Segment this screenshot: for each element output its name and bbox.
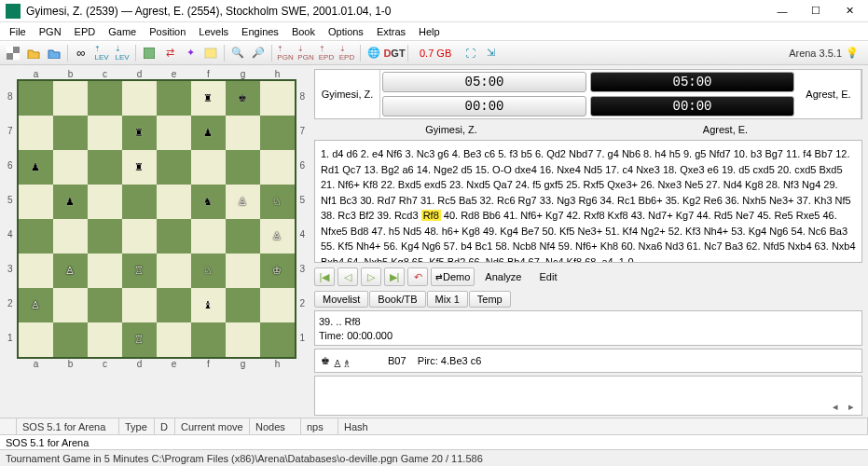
square-c3[interactable] (88, 254, 122, 288)
menu-engines[interactable]: Engines (236, 24, 284, 39)
square-a8[interactable] (19, 81, 53, 116)
square-b2[interactable] (53, 288, 88, 322)
edit-link[interactable]: Edit (531, 271, 564, 282)
square-d8[interactable] (122, 81, 157, 116)
piece-wr[interactable]: ♖ (134, 335, 144, 345)
piece-br[interactable]: ♜ (203, 93, 213, 103)
lev-down-icon[interactable]: ⇣LEV (113, 44, 131, 62)
piece-wp[interactable]: ♙ (238, 197, 247, 207)
menu-position[interactable]: Position (144, 24, 191, 39)
lev-up-icon[interactable]: ⇡LEV (92, 44, 111, 62)
square-g1[interactable] (226, 322, 260, 357)
square-e4[interactable] (157, 219, 191, 254)
square-g4[interactable] (226, 219, 260, 254)
square-a3[interactable] (19, 254, 53, 288)
square-h2[interactable] (260, 288, 295, 322)
square-b3[interactable]: ♙ (53, 254, 88, 288)
tab-temp[interactable]: Temp (469, 291, 511, 308)
analyze-link[interactable]: Analyze (477, 271, 529, 282)
square-d2[interactable] (122, 288, 157, 322)
square-e2[interactable] (157, 288, 191, 322)
nav-prev-button[interactable]: ◁ (338, 267, 358, 286)
square-e5[interactable] (157, 185, 191, 219)
swap-icon[interactable]: ⇄ (160, 44, 179, 62)
square-g8[interactable]: ♚ (226, 81, 260, 116)
square-f4[interactable] (191, 219, 226, 254)
square-a1[interactable] (19, 322, 53, 357)
piece-bp[interactable]: ♟ (31, 162, 40, 172)
square-c7[interactable] (88, 116, 122, 150)
piece-wp[interactable]: ♙ (31, 300, 40, 310)
square-g2[interactable] (226, 288, 260, 322)
open-icon[interactable] (24, 44, 43, 62)
square-d6[interactable]: ♜ (122, 150, 157, 185)
cube-icon[interactable] (140, 44, 158, 62)
square-b5[interactable]: ♟ (53, 185, 88, 219)
nav-undo-button[interactable]: ↶ (407, 267, 428, 286)
square-d4[interactable] (122, 219, 157, 254)
square-g7[interactable] (226, 116, 260, 150)
square-d3[interactable]: ♖ (122, 254, 157, 288)
nav-first-button[interactable]: |◀ (314, 267, 335, 286)
square-b7[interactable] (53, 116, 88, 150)
square-b8[interactable] (53, 81, 88, 116)
pgn-down-icon[interactable]: ⇣PGN (296, 44, 315, 62)
minimize-button[interactable]: — (769, 2, 795, 21)
square-b1[interactable] (53, 322, 88, 357)
square-h5[interactable]: ♘ (260, 185, 295, 219)
piece-bk[interactable]: ♚ (238, 93, 247, 103)
menu-extras[interactable]: Extras (371, 24, 411, 39)
maximize-button[interactable]: ☐ (803, 2, 829, 21)
square-d7[interactable]: ♜ (122, 116, 157, 150)
square-g3[interactable] (226, 254, 260, 288)
menu-help[interactable]: Help (413, 24, 446, 39)
zoom-out-icon[interactable]: 🔎 (249, 44, 268, 62)
square-a2[interactable]: ♙ (19, 288, 53, 322)
collapse-icon[interactable]: ⇲ (481, 44, 500, 62)
piece-wn[interactable]: ♘ (272, 197, 282, 207)
moves-panel[interactable]: 1. d4 d6 2. e4 Nf6 3. Nc3 g6 4. Be3 c6 5… (314, 140, 862, 263)
square-g5[interactable]: ♙ (226, 185, 260, 219)
epd-down-icon[interactable]: ⇣EPD (338, 44, 356, 62)
square-c4[interactable] (88, 219, 122, 254)
square-c8[interactable] (88, 81, 122, 116)
square-b4[interactable] (53, 219, 88, 254)
square-d5[interactable] (122, 185, 157, 219)
square-a5[interactable] (19, 185, 53, 219)
square-f3[interactable]: ♘ (191, 254, 226, 288)
nav-next-button[interactable]: ▷ (361, 267, 381, 286)
square-f2[interactable]: ♝ (191, 288, 226, 322)
square-c6[interactable] (88, 150, 122, 185)
square-c1[interactable] (88, 322, 122, 357)
nav-demo-button[interactable]: ⇄Demo (431, 267, 475, 286)
piece-wn[interactable]: ♘ (203, 266, 213, 276)
tab-book-tb[interactable]: Book/TB (369, 291, 425, 308)
square-e7[interactable] (157, 116, 191, 150)
status-engine[interactable]: SOS 5.1 for Arena (17, 418, 119, 434)
piece-wp[interactable]: ♙ (65, 266, 75, 276)
square-f1[interactable] (191, 322, 226, 357)
square-f5[interactable]: ♞ (191, 185, 226, 219)
board-icon[interactable] (4, 44, 22, 62)
square-a7[interactable] (19, 116, 53, 150)
tab-mix-1[interactable]: Mix 1 (427, 291, 468, 308)
current-move-highlight[interactable]: Rf8 (421, 210, 441, 221)
square-a4[interactable] (19, 219, 53, 254)
menu-pgn[interactable]: PGN (34, 24, 67, 39)
scroll-arrows-icon[interactable]: ◂ ▸ (833, 401, 858, 413)
menu-book[interactable]: Book (286, 24, 321, 39)
close-button[interactable]: ✕ (836, 2, 862, 21)
menu-options[interactable]: Options (323, 24, 369, 39)
square-h8[interactable] (260, 81, 295, 116)
epd-up-icon[interactable]: ⇡EPD (317, 44, 336, 62)
piece-bn[interactable]: ♞ (203, 197, 213, 207)
square-a6[interactable]: ♟ (19, 150, 53, 185)
square-h3[interactable]: ♔ (260, 254, 295, 288)
piece-br[interactable]: ♜ (134, 128, 144, 138)
square-f8[interactable]: ♜ (191, 81, 226, 116)
pgn-up-icon[interactable]: ⇡PGN (276, 44, 295, 62)
chessboard[interactable]: ♜♚♜♟♟♜♟♞♙♘♙♙♖♘♔♙♝♖ (17, 79, 296, 359)
option-icon[interactable] (201, 44, 220, 62)
infinity-icon[interactable]: ∞ (72, 44, 90, 62)
square-b6[interactable] (53, 150, 88, 185)
